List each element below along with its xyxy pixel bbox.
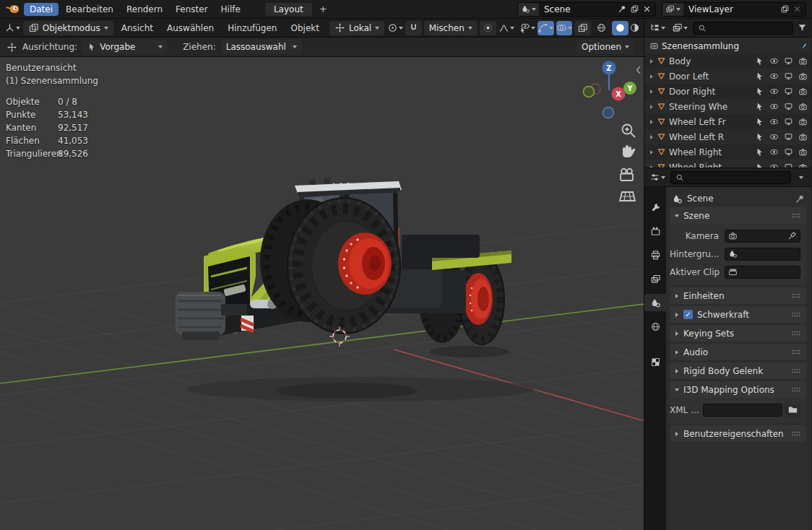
menu-datei[interactable]: Datei <box>24 3 59 16</box>
camera-icon[interactable] <box>798 71 808 81</box>
selectable-cursor-icon[interactable] <box>755 102 764 111</box>
options-dropdown[interactable]: Optionen <box>576 40 634 54</box>
sidebar-collapse-arrow-icon[interactable] <box>637 66 641 74</box>
new-scene-icon[interactable] <box>630 4 639 14</box>
selectable-cursor-icon[interactable] <box>755 147 764 157</box>
eye-icon[interactable] <box>769 147 779 157</box>
shading-wireframe-button[interactable] <box>593 21 610 35</box>
mode-dropdown[interactable]: Objektmodus <box>23 21 113 35</box>
proportional-edit-toggle[interactable] <box>480 21 496 35</box>
menu-ansicht[interactable]: Ansicht <box>116 22 159 35</box>
tab-output[interactable] <box>644 246 666 264</box>
falloff-dropdown[interactable] <box>498 21 515 35</box>
eye-icon[interactable] <box>769 87 779 96</box>
grip-icon[interactable] <box>790 347 801 357</box>
grip-icon[interactable] <box>790 365 801 376</box>
scene-selector[interactable]: Scene <box>517 2 656 17</box>
snap-with-dropdown[interactable]: Mischen <box>424 21 478 35</box>
add-workspace-button[interactable]: + <box>319 4 327 14</box>
panel-rigid-body-header[interactable]: Rigid Body Gelenk <box>670 362 806 379</box>
menu-objekt[interactable]: Objekt <box>285 22 324 35</box>
properties-search[interactable] <box>670 171 791 184</box>
panel-szene-header[interactable]: Szene <box>670 207 806 224</box>
tractor-model[interactable]: CLAAS <box>176 178 535 401</box>
menu-hinzufuegen[interactable]: Hinzufügen <box>222 22 282 35</box>
overlays-toggle[interactable] <box>556 21 573 35</box>
monitor-icon[interactable] <box>784 147 793 157</box>
orientation-dropdown[interactable]: Lokal <box>329 21 384 35</box>
drag-value-dropdown[interactable]: Lassoauswahl <box>221 40 302 54</box>
properties-options-button[interactable] <box>795 170 808 185</box>
shading-material-button[interactable] <box>631 21 639 35</box>
camera-field[interactable] <box>725 230 800 243</box>
eyedropper-icon[interactable] <box>787 231 797 240</box>
selectable-cursor-icon[interactable] <box>755 162 764 168</box>
properties-editor-type-button[interactable] <box>648 170 667 185</box>
active-clip-field[interactable] <box>725 266 800 279</box>
axis-minus-z-ball[interactable] <box>603 108 614 118</box>
viewlayer-browse-button[interactable] <box>662 3 683 16</box>
camera-icon[interactable] <box>798 132 808 142</box>
menu-fenster[interactable]: Fenster <box>170 3 214 16</box>
workspace-tab-layout[interactable]: Layout <box>265 3 312 16</box>
panel-i3d-mapping-header[interactable]: I3D Mapping Options <box>670 381 806 398</box>
background-scene-field[interactable] <box>725 248 800 261</box>
pivot-dropdown[interactable] <box>386 21 403 35</box>
camera-icon[interactable] <box>798 117 808 126</box>
pin-icon[interactable] <box>795 194 805 204</box>
filter-funnel-icon[interactable] <box>797 22 808 33</box>
selectable-cursor-icon[interactable] <box>755 87 764 96</box>
panel-custom-properties-header[interactable]: Benutzereigenschaften <box>670 425 806 442</box>
monitor-icon[interactable] <box>784 102 793 111</box>
hand-icon[interactable] <box>623 145 635 157</box>
snap-toggle[interactable] <box>405 21 422 35</box>
monitor-icon[interactable] <box>784 71 793 81</box>
panel-audio-header[interactable]: Audio <box>670 344 806 360</box>
camera-icon[interactable] <box>798 56 808 66</box>
menu-auswaehlen[interactable]: Auswählen <box>161 22 220 35</box>
outliner-row[interactable]: Wheel Left Fr <box>644 114 811 129</box>
eye-icon[interactable] <box>769 117 779 126</box>
monitor-icon[interactable] <box>784 87 793 96</box>
navigation-gizmo[interactable]: Z Y X <box>584 61 637 118</box>
outliner-editor-type-button[interactable] <box>648 21 667 35</box>
grip-icon[interactable] <box>790 384 801 395</box>
outliner-row[interactable]: Door Right <box>644 84 811 99</box>
monitor-icon[interactable] <box>784 132 793 142</box>
zoom-icon[interactable] <box>623 125 636 138</box>
camera-icon[interactable] <box>798 147 808 157</box>
gravity-checkbox[interactable]: ✓ <box>683 310 693 319</box>
tab-texture[interactable] <box>644 353 666 370</box>
xray-toggle[interactable] <box>574 21 591 35</box>
tab-scene[interactable] <box>644 294 666 311</box>
editor-type-button[interactable] <box>4 21 21 35</box>
orientation-value-dropdown[interactable]: Vorgabe <box>82 40 168 54</box>
panel-keying-sets-header[interactable]: Keying Sets <box>670 325 806 342</box>
menu-hilfe[interactable]: Hilfe <box>215 3 246 16</box>
eye-icon[interactable] <box>769 102 779 111</box>
outliner-search[interactable] <box>693 22 793 35</box>
outliner-row[interactable]: Wheel Left R <box>644 129 811 144</box>
eye-icon[interactable] <box>769 56 779 66</box>
camera-icon[interactable] <box>798 102 808 111</box>
file-browse-button[interactable] <box>785 404 800 417</box>
grip-icon[interactable] <box>790 290 801 301</box>
panel-einheiten-header[interactable]: Einheiten <box>670 287 806 304</box>
selectable-cursor-icon[interactable] <box>755 56 764 66</box>
xml-path-input[interactable] <box>703 404 782 417</box>
outliner-row-body[interactable]: Body <box>644 53 811 69</box>
axis-minus-y-ball[interactable] <box>584 87 595 97</box>
monitor-icon[interactable] <box>784 56 793 66</box>
eye-icon[interactable] <box>769 132 779 142</box>
monitor-icon[interactable] <box>784 162 793 168</box>
outliner-display-mode-button[interactable] <box>670 21 689 35</box>
camera-view-icon[interactable] <box>621 169 633 181</box>
camera-icon[interactable] <box>798 162 808 168</box>
monitor-icon[interactable] <box>784 117 793 126</box>
selectable-cursor-icon[interactable] <box>755 132 764 142</box>
grip-icon[interactable] <box>790 428 801 439</box>
selectable-cursor-icon[interactable] <box>755 71 764 81</box>
outliner-row[interactable]: Door Left <box>644 69 811 84</box>
properties-search-input[interactable] <box>687 173 786 183</box>
menu-bearbeiten[interactable]: Bearbeiten <box>60 3 119 16</box>
